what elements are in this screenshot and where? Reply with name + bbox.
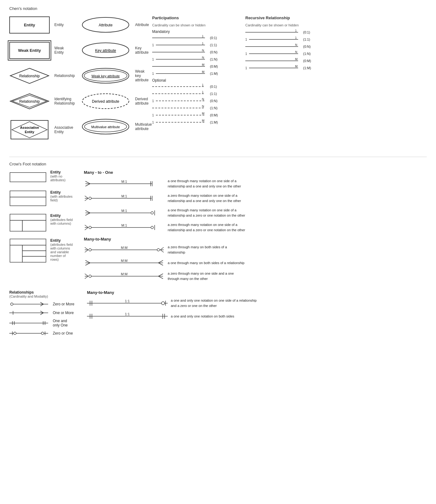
cf-entity-no-attr-label: Entity xyxy=(50,170,75,174)
svg-line-102 xyxy=(85,227,88,230)
svg-text:N: N xyxy=(202,49,204,52)
svg-text:N: N xyxy=(202,105,204,108)
associative-entity-row: Associative Entity Associative Entity xyxy=(9,117,71,142)
svg-line-122 xyxy=(158,263,163,265)
rel-zero-one: Zero or One xyxy=(9,331,75,336)
recursive-title: Recursive Relationship xyxy=(245,16,427,20)
rec-card-1n: (1:N) xyxy=(303,52,311,56)
associative-entity-desc: Associative Entity xyxy=(54,125,73,134)
svg-line-118 xyxy=(85,260,90,263)
svg-text:M:1: M:1 xyxy=(121,224,127,227)
participation-mandatory-row-4: 1N (1:N) xyxy=(152,56,233,62)
svg-text:1: 1 xyxy=(152,43,154,47)
participation-optional-row-3: 1N (0:N) xyxy=(152,98,233,104)
many-to-many-title: Many-to-Many xyxy=(84,237,245,241)
card-11-mandatory: (1:1) xyxy=(210,43,217,47)
cf-entity-with-attr-label: Entity xyxy=(50,190,75,195)
svg-rect-74 xyxy=(22,245,46,251)
svg-text:M: M xyxy=(202,71,204,74)
mm-desc-2: a one through many on both sides of a re… xyxy=(168,260,244,266)
svg-text:M:M: M:M xyxy=(121,246,127,250)
svg-text:Attribute: Attribute xyxy=(99,23,113,27)
svg-line-142 xyxy=(40,313,43,315)
svg-line-137 xyxy=(40,304,43,306)
rec-card-01: (0:1) xyxy=(303,30,310,34)
svg-text:1: 1 xyxy=(152,58,154,61)
chen-shapes-column: Entity Entity Weak Entity Weak Entity Re… xyxy=(9,16,71,149)
one-more-label: One or More xyxy=(53,311,74,315)
svg-point-151 xyxy=(14,332,16,335)
svg-line-127 xyxy=(85,274,88,276)
svg-rect-69 xyxy=(10,214,46,220)
svg-text:M:1: M:1 xyxy=(121,195,127,198)
svg-text:M: M xyxy=(295,58,297,61)
svg-rect-67 xyxy=(10,191,46,197)
svg-text:Derived attribute: Derived attribute xyxy=(92,99,119,104)
card-0m-optional: (0:M) xyxy=(210,113,218,117)
recursive-row-2: 11 (1:1) xyxy=(245,37,427,42)
mm-desc-3: a zero through many on one side and a on… xyxy=(168,271,245,281)
svg-text:Key attribute: Key attribute xyxy=(95,48,116,53)
weak-entity-row: Weak Entity Weak Entity xyxy=(9,41,71,60)
svg-text:1: 1 xyxy=(245,66,247,70)
card-1m-optional: (1:M) xyxy=(210,120,218,124)
card-0n-mandatory: (0:N) xyxy=(210,50,217,54)
card-0m-mandatory: (0:M) xyxy=(210,65,218,68)
svg-text:1: 1 xyxy=(152,99,154,103)
svg-text:1: 1 xyxy=(202,91,204,94)
cf-entity-with-attr-sub: (with attributes field) xyxy=(50,195,75,202)
svg-text:1: 1 xyxy=(295,29,297,32)
participation-mandatory-row-3: N (0:N) xyxy=(152,49,233,55)
svg-text:M:1: M:1 xyxy=(121,180,127,183)
one-to-one-column: Many-to-Many 1:1 a one and only one nota… xyxy=(87,290,427,339)
cf-entity-with-cols-sub: (attributes field with columns) xyxy=(50,218,75,225)
recursive-row-6: 1M (1:M) xyxy=(245,65,427,71)
svg-text:1: 1 xyxy=(152,114,154,117)
participation-mandatory-row-1: 1 (0:1) xyxy=(152,35,233,41)
svg-text:M: M xyxy=(202,112,204,115)
svg-rect-68 xyxy=(10,197,46,206)
svg-point-85 xyxy=(89,197,91,200)
card-01-mandatory: (0:1) xyxy=(210,36,217,40)
cf-entity-no-attr-sub: (with no attributes) xyxy=(50,174,75,182)
zero-more-label: Zero or More xyxy=(53,302,74,306)
cf-entity-with-rows-sub: (attributes field with columns and varia… xyxy=(50,243,75,261)
card-1m-mandatory: (1:M) xyxy=(210,72,218,75)
rec-card-11: (1:1) xyxy=(303,38,310,41)
attribute-row: Attribute Attribute xyxy=(81,16,143,34)
svg-line-113 xyxy=(160,247,164,250)
svg-text:1: 1 xyxy=(202,84,204,87)
svg-rect-66 xyxy=(10,173,46,182)
mm-row-1: M:M a zero through many on both sides of… xyxy=(84,245,245,255)
svg-point-104 xyxy=(151,226,153,229)
rel-one-more: One or More xyxy=(9,310,75,316)
m1-desc-1: a one through many notation on one side … xyxy=(168,178,245,189)
svg-point-134 xyxy=(11,303,13,305)
m1-desc-3: a one through many notation on one side … xyxy=(168,208,245,218)
svg-line-131 xyxy=(158,276,163,279)
svg-text:Multivalue attribute: Multivalue attribute xyxy=(91,125,120,129)
svg-text:Weak key attribute: Weak key attribute xyxy=(92,74,120,78)
svg-text:1: 1 xyxy=(202,35,204,38)
svg-line-78 xyxy=(85,181,90,184)
svg-text:Relationship: Relationship xyxy=(19,99,40,104)
cf-entity-with-rows: Entity (attributes field with columns an… xyxy=(9,238,75,263)
svg-rect-70 xyxy=(10,220,22,231)
card-1n-mandatory: (1:N) xyxy=(210,57,217,61)
entity-row: Entity Entity xyxy=(9,16,71,34)
one-only-label: One and only One xyxy=(53,319,75,327)
rel-zero-more: Zero or More xyxy=(9,301,75,307)
svg-text:1: 1 xyxy=(245,52,247,56)
svg-text:Associative: Associative xyxy=(20,126,39,129)
rel-one-only: One and only One xyxy=(9,319,75,327)
participations-sub: Cardinality can be shown or hidden xyxy=(152,23,233,27)
weak-entity-shape: Weak Entity xyxy=(9,42,50,59)
svg-text:M: M xyxy=(202,119,204,122)
svg-point-108 xyxy=(89,249,91,251)
svg-point-96 xyxy=(151,212,153,214)
svg-text:1: 1 xyxy=(245,38,247,41)
svg-point-112 xyxy=(157,249,160,251)
svg-text:1: 1 xyxy=(202,42,204,45)
svg-line-94 xyxy=(85,213,90,215)
svg-point-157 xyxy=(161,302,165,305)
